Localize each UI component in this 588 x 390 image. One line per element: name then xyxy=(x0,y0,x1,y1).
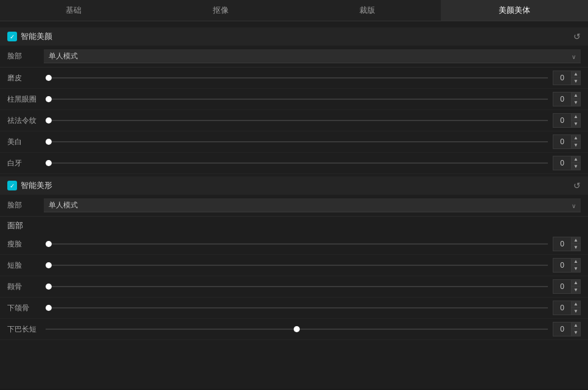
slider-nasolabial-down[interactable]: ▼ xyxy=(572,120,580,127)
face-dropdown-select[interactable]: 单人模式 多人模式 xyxy=(44,49,581,63)
slider-mosaic-value: 0 xyxy=(553,74,571,82)
slider-whiten-input[interactable] xyxy=(46,141,548,142)
section-face-title: ✓ 智能美颜 xyxy=(7,31,52,42)
body-dropdown-wrap[interactable]: 单人模式 多人模式 xyxy=(44,198,581,212)
slider-nasolabial-track[interactable] xyxy=(46,114,548,127)
slider-mosaic-up[interactable]: ▲ xyxy=(572,71,580,78)
tab-beauty[interactable]: 美颜美体 xyxy=(441,0,588,21)
slider-nasolabial-spinner[interactable]: ▲ ▼ xyxy=(571,114,580,127)
slider-eyes-down[interactable]: ▼ xyxy=(572,99,580,106)
body-dropdown-select[interactable]: 单人模式 多人模式 xyxy=(44,198,581,212)
slider-cheekbone-row: 颧骨 0 ▲ ▼ xyxy=(0,276,588,298)
slider-cheekbone-spinner[interactable]: ▲ ▼ xyxy=(571,280,580,293)
body-reset-icon[interactable]: ↺ xyxy=(573,181,581,190)
slider-cheekbone-value: 0 xyxy=(553,282,571,291)
slider-short-face-track[interactable] xyxy=(46,259,548,271)
slider-short-face-down[interactable]: ▼ xyxy=(572,265,580,272)
slider-mosaic-down[interactable]: ▼ xyxy=(572,78,580,85)
slider-slim-face-up[interactable]: ▲ xyxy=(572,237,580,244)
slider-teeth-value: 0 xyxy=(553,159,571,167)
slider-eyes-track[interactable] xyxy=(46,93,548,105)
tab-basic[interactable]: 基础 xyxy=(0,0,147,21)
slider-nasolabial-row: 祛法令纹 0 ▲ ▼ xyxy=(0,110,588,131)
slider-eyes-row: 柱黑眼圈 0 ▲ ▼ xyxy=(0,89,588,110)
slider-slim-face-down[interactable]: ▼ xyxy=(572,244,580,251)
slider-cheekbone-up[interactable]: ▲ xyxy=(572,280,580,287)
slider-lower-jaw-spinner[interactable]: ▲ ▼ xyxy=(571,301,580,315)
slider-slim-face-row: 瘦脸 0 ▲ ▼ xyxy=(0,234,588,255)
slider-whiten-track[interactable] xyxy=(46,136,548,148)
slider-teeth-row: 白牙 0 ▲ ▼ xyxy=(0,153,588,174)
slider-cheekbone-track[interactable] xyxy=(46,280,548,293)
slider-chin-len-spinner[interactable]: ▲ ▼ xyxy=(571,322,580,336)
slider-mosaic-input[interactable] xyxy=(46,77,548,78)
slider-chin-len-down[interactable]: ▼ xyxy=(572,329,580,336)
slider-whiten-value: 0 xyxy=(553,138,571,146)
slider-chin-len-label: 下巴长短 xyxy=(7,324,41,335)
slider-slim-face-spinner[interactable]: ▲ ▼ xyxy=(571,237,580,251)
slider-chin-len-track[interactable] xyxy=(46,323,548,335)
slider-mosaic-spinner[interactable]: ▲ ▼ xyxy=(571,71,580,85)
slider-whiten-row: 美白 0 ▲ ▼ xyxy=(0,131,588,153)
body-dropdown-row: 脸部 单人模式 多人模式 xyxy=(0,195,588,217)
slider-teeth-input[interactable] xyxy=(46,162,548,164)
slider-nasolabial-value-wrap: 0 ▲ ▼ xyxy=(553,113,581,128)
slider-short-face-value-wrap: 0 ▲ ▼ xyxy=(553,258,581,273)
slider-whiten-spinner[interactable]: ▲ ▼ xyxy=(571,135,580,148)
slider-lower-jaw-track[interactable] xyxy=(46,302,548,314)
slider-chin-len-up[interactable]: ▲ xyxy=(572,322,580,329)
slider-lower-jaw-up[interactable]: ▲ xyxy=(572,301,580,308)
slider-teeth-spinner[interactable]: ▲ ▼ xyxy=(571,156,580,170)
slider-cheekbone-value-wrap: 0 ▲ ▼ xyxy=(553,279,581,294)
slider-eyes-value-wrap: 0 ▲ ▼ xyxy=(553,92,581,106)
slider-nasolabial-up[interactable]: ▲ xyxy=(572,114,580,120)
slider-eyes-up[interactable]: ▲ xyxy=(572,92,580,99)
slider-cheekbone-down[interactable]: ▼ xyxy=(572,287,580,293)
slider-slim-face-label: 瘦脸 xyxy=(7,239,41,249)
slider-short-face-spinner[interactable]: ▲ ▼ xyxy=(571,259,580,272)
section-face-header: ✓ 智能美颜 ↺ xyxy=(0,27,588,46)
slider-teeth-label: 白牙 xyxy=(7,158,41,169)
slider-teeth-value-wrap: 0 ▲ ▼ xyxy=(553,156,581,170)
slider-mosaic-value-wrap: 0 ▲ ▼ xyxy=(553,71,581,85)
slider-nasolabial-input[interactable] xyxy=(46,120,548,121)
slider-eyes-input[interactable] xyxy=(46,99,548,100)
section-body: ✓ 智能美形 ↺ 脸部 单人模式 多人模式 面部 瘦脸 0 xyxy=(0,176,588,340)
slider-eyes-value: 0 xyxy=(553,95,571,103)
tab-layout[interactable]: 裁版 xyxy=(294,0,441,21)
slider-slim-face-input[interactable] xyxy=(46,243,548,245)
slider-short-face-label: 短脸 xyxy=(7,260,41,271)
slider-lower-jaw-input[interactable] xyxy=(46,307,548,308)
body-checkbox[interactable]: ✓ xyxy=(7,181,17,190)
top-tabs: 基础 抠像 裁版 美颜美体 xyxy=(0,0,588,21)
tab-image[interactable]: 抠像 xyxy=(147,0,294,21)
slider-whiten-up[interactable]: ▲ xyxy=(572,135,580,142)
slider-slim-face-track[interactable] xyxy=(46,238,548,250)
face-dropdown-wrap[interactable]: 单人模式 多人模式 xyxy=(44,49,581,63)
slider-eyes-label: 柱黑眼圈 xyxy=(7,94,41,105)
slider-cheekbone-input[interactable] xyxy=(46,286,548,287)
slider-teeth-down[interactable]: ▼ xyxy=(572,163,580,170)
slider-mosaic-track[interactable] xyxy=(46,72,548,84)
slider-eyes-spinner[interactable]: ▲ ▼ xyxy=(571,92,580,106)
slider-whiten-down[interactable]: ▼ xyxy=(572,142,580,148)
slider-teeth-track[interactable] xyxy=(46,157,548,169)
slider-short-face-up[interactable]: ▲ xyxy=(572,259,580,265)
face-reset-icon[interactable]: ↺ xyxy=(573,32,581,41)
slider-chin-len-row: 下巴长短 0 ▲ ▼ xyxy=(0,319,588,340)
slider-chin-len-input[interactable] xyxy=(46,329,548,330)
slider-nasolabial-value: 0 xyxy=(553,116,571,125)
slider-slim-face-value: 0 xyxy=(553,240,571,248)
slider-short-face-value: 0 xyxy=(553,261,571,270)
slider-lower-jaw-down[interactable]: ▼ xyxy=(572,308,580,315)
section-body-header: ✓ 智能美形 ↺ xyxy=(0,176,588,195)
slider-teeth-up[interactable]: ▲ xyxy=(572,156,580,163)
sub-section-face-label: 面部 xyxy=(0,217,588,234)
slider-short-face-input[interactable] xyxy=(46,265,548,266)
slider-lower-jaw-value: 0 xyxy=(553,304,571,312)
section-face: ✓ 智能美颜 ↺ 脸部 单人模式 多人模式 磨皮 0 xyxy=(0,27,588,174)
slider-whiten-label: 美白 xyxy=(7,137,41,147)
slider-lower-jaw-value-wrap: 0 ▲ ▼ xyxy=(553,301,581,315)
face-checkbox[interactable]: ✓ xyxy=(7,32,17,41)
slider-chin-len-value-wrap: 0 ▲ ▼ xyxy=(553,322,581,336)
